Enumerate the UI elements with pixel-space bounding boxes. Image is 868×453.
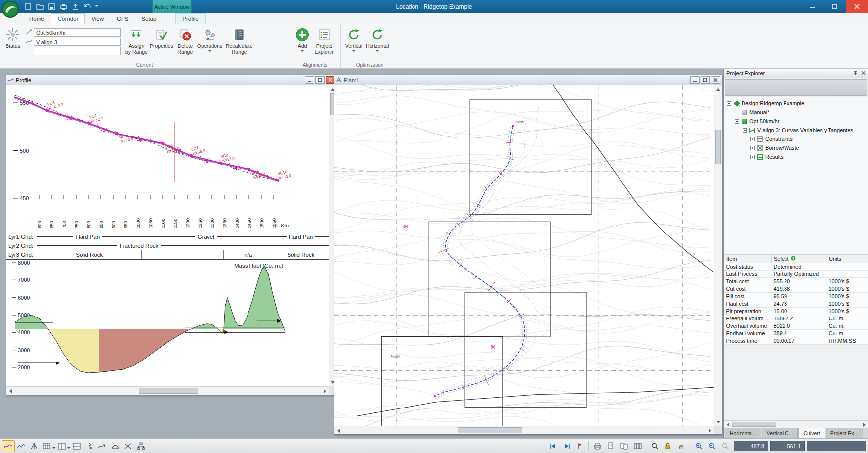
cost-table-row[interactable]: Haul cost24.731000's $ bbox=[724, 300, 868, 308]
ribbon-tab-profile[interactable]: Profile bbox=[175, 13, 206, 24]
survey-icon[interactable] bbox=[28, 440, 41, 452]
collapse-box[interactable]: − bbox=[735, 119, 739, 124]
project-explorer-button[interactable]: Project Explorer bbox=[313, 26, 335, 60]
page-icon[interactable] bbox=[604, 440, 617, 452]
extra-field[interactable] bbox=[34, 47, 121, 55]
cost-table-row[interactable]: Endhaul volume389.4Cu. m. bbox=[724, 330, 868, 337]
panel-tab-horizonta-[interactable]: Horizonta... bbox=[725, 428, 761, 438]
pin-icon[interactable] bbox=[853, 70, 858, 77]
split-window-icon[interactable] bbox=[55, 440, 68, 452]
panel-tab-project-ex-[interactable]: Project Ex... bbox=[826, 428, 864, 438]
vertical-dropdown-caret[interactable] bbox=[352, 50, 355, 53]
plan-vertical-scrollbar[interactable] bbox=[714, 85, 722, 426]
tree-item[interactable]: −Design:Ridgetop Example bbox=[724, 99, 868, 108]
project-explorer-header[interactable]: Project Explorer bbox=[724, 69, 868, 78]
tree-item[interactable]: −V-align 3: Curvas Variables y Tangentes bbox=[724, 126, 868, 135]
cost-table-row[interactable]: Cut cost419.881000's $ bbox=[724, 285, 868, 293]
crossing-icon[interactable] bbox=[122, 440, 134, 452]
panel-tab-culvert[interactable]: Culvert bbox=[798, 428, 825, 438]
cost-table-header-item[interactable]: Item bbox=[724, 255, 772, 263]
undo-icon[interactable] bbox=[82, 2, 92, 12]
hierarchy-icon[interactable] bbox=[134, 440, 147, 452]
cost-table-row[interactable]: Freehaul volum...15862.2Cu. m. bbox=[724, 315, 868, 322]
plan-map[interactable]: Point5Point4 bbox=[334, 85, 714, 426]
cost-table-header-units[interactable]: Units bbox=[827, 255, 868, 263]
section-bolt-icon[interactable] bbox=[83, 440, 96, 452]
ribbon-tab-corridor[interactable]: Corridor bbox=[51, 13, 85, 24]
operations-dropdown-caret[interactable] bbox=[208, 50, 211, 53]
profile-chart-area[interactable]: 5505004506006507007508008509009501000105… bbox=[6, 85, 329, 386]
expand-box[interactable]: + bbox=[750, 137, 755, 141]
expand-box[interactable]: + bbox=[750, 155, 755, 159]
app-logo-icon[interactable] bbox=[1, 0, 20, 19]
culvert-icon[interactable] bbox=[109, 440, 122, 452]
assign-by-range-button[interactable]: Assign by Range bbox=[124, 26, 149, 60]
ribbon-tab-home[interactable]: Home bbox=[23, 13, 51, 24]
properties-button[interactable]: Properties bbox=[149, 26, 174, 60]
horizontal-optimization-button[interactable]: Horizontal bbox=[365, 26, 390, 60]
plan-window[interactable]: Plan:1 Point5Point4 bbox=[334, 75, 722, 435]
collapse-box[interactable]: − bbox=[743, 128, 747, 133]
profile-maximize-button[interactable] bbox=[315, 76, 325, 84]
flow-arrow-icon[interactable] bbox=[96, 440, 109, 452]
qat-dropdown-caret[interactable] bbox=[95, 5, 99, 9]
next-view-icon[interactable] bbox=[560, 440, 573, 452]
cost-table-row[interactable]: Fill cost95.591000's $ bbox=[724, 293, 868, 300]
recalculate-range-button[interactable]: Recalculate Range bbox=[223, 26, 255, 60]
profile-view-icon[interactable] bbox=[15, 440, 28, 452]
panel-tab-vertical-c-[interactable]: Vertical C... bbox=[762, 428, 798, 438]
explorer-horizontal-scrollbar[interactable] bbox=[724, 420, 868, 428]
profile-horizontal-scrollbar[interactable] bbox=[6, 386, 329, 395]
print-icon[interactable] bbox=[58, 2, 69, 12]
previous-view-icon[interactable] bbox=[547, 440, 560, 452]
cost-table-row[interactable]: Process time00:00:17HH:MM:SS bbox=[724, 337, 868, 345]
save-icon[interactable] bbox=[46, 2, 57, 12]
add-button[interactable]: Add bbox=[291, 26, 313, 60]
cost-table-header-select[interactable]: Select bbox=[772, 255, 827, 263]
tree-item[interactable]: −Opt 50km/hr bbox=[724, 117, 868, 126]
cost-table-row[interactable]: Pit preparation ...15.001000's $ bbox=[724, 308, 868, 315]
cost-table-row[interactable]: Overhaul volume8022.0Cu. m. bbox=[724, 322, 868, 330]
profile-minimize-button[interactable] bbox=[305, 76, 314, 84]
zoom-in-icon[interactable] bbox=[692, 440, 705, 452]
columns-icon[interactable] bbox=[631, 440, 644, 452]
flag-icon[interactable] bbox=[574, 440, 586, 452]
tree-item[interactable]: +Results bbox=[724, 152, 868, 161]
lock-icon[interactable] bbox=[661, 440, 674, 452]
tree-item[interactable]: Manual* bbox=[724, 108, 868, 117]
plan-maximize-button[interactable] bbox=[701, 76, 710, 84]
tree-item[interactable]: +Borrow/Waste bbox=[724, 143, 868, 152]
export-icon[interactable] bbox=[70, 2, 81, 12]
zoom-out-icon[interactable] bbox=[705, 440, 718, 452]
status-button[interactable]: Status bbox=[2, 26, 24, 60]
plan-horizontal-scrollbar[interactable] bbox=[334, 426, 714, 434]
valign-field[interactable] bbox=[34, 38, 121, 46]
plan-minimize-button[interactable] bbox=[690, 76, 700, 84]
profile-chart[interactable]: 5505004506006507007508008509009501000105… bbox=[6, 85, 329, 232]
plan-map-area[interactable]: Point5Point4 bbox=[334, 85, 714, 426]
profile-window[interactable]: Profile 55050045060065070075080085090095… bbox=[6, 75, 337, 395]
cost-table-row[interactable]: Cost statusDetermined bbox=[724, 263, 868, 271]
alignment-field[interactable] bbox=[34, 28, 121, 37]
tree-item[interactable]: +Constraints bbox=[724, 135, 868, 143]
add-dropdown-caret[interactable] bbox=[301, 50, 304, 53]
cost-table-row[interactable]: Total cost555.201000's $ bbox=[724, 278, 868, 285]
ribbon-tab-setup[interactable]: Setup bbox=[135, 13, 163, 24]
minimize-button[interactable] bbox=[801, 0, 824, 13]
zoom-window-icon[interactable] bbox=[648, 440, 661, 452]
profile-window-titlebar[interactable]: Profile bbox=[6, 75, 336, 85]
maximize-button[interactable] bbox=[824, 0, 846, 13]
cost-table-row[interactable]: Last ProcessPartially Optimized bbox=[724, 271, 868, 278]
print-map-icon[interactable] bbox=[591, 440, 604, 452]
window-pane-icon[interactable] bbox=[70, 440, 83, 452]
ribbon-tab-gps[interactable]: GPS bbox=[110, 13, 135, 24]
delete-range-button[interactable]: Delete Range bbox=[174, 26, 196, 60]
new-file-icon[interactable] bbox=[23, 2, 33, 12]
open-folder-icon[interactable] bbox=[35, 2, 45, 12]
plan-window-titlebar[interactable]: Plan:1 bbox=[334, 75, 722, 85]
collapse-box[interactable]: − bbox=[727, 101, 731, 106]
data-table-icon[interactable] bbox=[41, 440, 53, 452]
close-button[interactable] bbox=[846, 0, 868, 13]
ribbon-tab-view[interactable]: View bbox=[85, 13, 110, 24]
expand-box[interactable]: + bbox=[750, 146, 755, 150]
